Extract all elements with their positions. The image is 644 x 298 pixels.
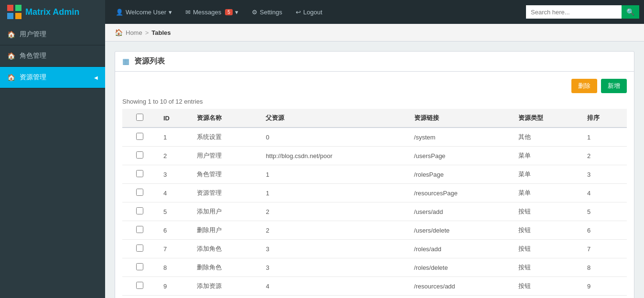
logout-menu[interactable]: ↩ Logout — [290, 0, 328, 24]
row-name: 删除角色 — [191, 258, 260, 277]
row-checkbox[interactable] — [136, 133, 143, 140]
messages-label: Messages — [193, 9, 221, 16]
row-link: /usersPage — [408, 147, 513, 165]
col-name: 资源名称 — [191, 109, 260, 128]
content-area: ▦ 资源列表 删除 新增 Showing 1 to 10 of 12 entri… — [105, 42, 644, 298]
search-box: 🔍 — [526, 5, 639, 19]
svg-rect-3 — [15, 13, 21, 19]
row-type: 菜单 — [513, 184, 581, 202]
table-row: 7 添加角色 3 /roles/add 按钮 7 — [122, 240, 627, 258]
breadcrumb-separator: > — [145, 29, 149, 36]
top-nav: 👤 Welcome User ▾ ✉ Messages 5 ▾ ⚙ Settin… — [105, 0, 644, 24]
row-link: /roles/delete — [408, 258, 513, 277]
row-id: 3 — [158, 165, 191, 184]
row-checkbox[interactable] — [136, 226, 143, 233]
add-button[interactable]: 新增 — [601, 79, 627, 93]
row-type: 按钮 — [513, 277, 581, 296]
row-name: 添加角色 — [191, 240, 260, 258]
breadcrumb: 🏠 Home > Tables — [105, 24, 644, 42]
settings-menu[interactable]: ⚙ Settings — [246, 0, 288, 24]
row-link: /resourcesPage — [408, 184, 513, 202]
table-row: 6 删除用户 2 /users/delete 按钮 6 — [122, 221, 627, 240]
row-link: /roles/add — [408, 240, 513, 258]
row-parent: 4 — [260, 277, 408, 296]
table-icon: ▦ — [122, 57, 129, 66]
row-type: 按钮 — [513, 258, 581, 277]
row-checkbox[interactable] — [136, 207, 143, 214]
svg-rect-1 — [15, 5, 21, 11]
row-order: 3 — [581, 165, 627, 184]
logo-text: Matrix Admin — [25, 7, 79, 17]
table-row: 8 删除角色 3 /roles/delete 按钮 8 — [122, 258, 627, 277]
row-name: 用户管理 — [191, 147, 260, 165]
row-parent: 1 — [260, 165, 408, 184]
table-row: 5 添加用户 2 /users/add 按钮 5 — [122, 202, 627, 221]
row-checkbox[interactable] — [136, 282, 143, 289]
svg-rect-2 — [7, 13, 13, 19]
sidebar-item-resource-mgmt[interactable]: 🏠 资源管理 ◀ — [0, 67, 105, 88]
table-row: 3 角色管理 1 /rolesPage 菜单 3 — [122, 165, 627, 184]
row-checkbox[interactable] — [136, 151, 143, 159]
breadcrumb-home-icon: 🏠 — [115, 29, 123, 36]
delete-button[interactable]: 删除 — [571, 79, 597, 93]
row-type: 按钮 — [513, 221, 581, 240]
table-row: 4 资源管理 1 /resourcesPage 菜单 4 — [122, 184, 627, 202]
col-order: 排序 — [581, 109, 627, 128]
sidebar-label-user-mgmt: 用户管理 — [20, 30, 46, 39]
row-id: 4 — [158, 184, 191, 202]
select-all-checkbox[interactable] — [136, 114, 143, 121]
table-row: 2 用户管理 http://blog.csdn.net/poor /usersP… — [122, 147, 627, 165]
messages-icon: ✉ — [185, 9, 191, 16]
row-order: 6 — [581, 221, 627, 240]
logo-bar: Matrix Admin — [0, 0, 105, 24]
row-name: 资源管理 — [191, 184, 260, 202]
layout: 🏠 用户管理 🏠 角色管理 🏠 资源管理 ◀ 🏠 Home > Tables ▦ — [0, 24, 644, 298]
row-checkbox-cell — [122, 202, 158, 221]
user-dropdown-icon: ▾ — [169, 9, 172, 16]
row-name: 添加用户 — [191, 202, 260, 221]
row-checkbox[interactable] — [136, 170, 143, 177]
table-row: 9 添加资源 4 /resources/add 按钮 9 — [122, 277, 627, 296]
row-type: 菜单 — [513, 165, 581, 184]
search-input[interactable] — [526, 5, 622, 19]
row-id: 1 — [158, 128, 191, 147]
main-content: 🏠 Home > Tables ▦ 资源列表 删除 新增 Showing 1 t… — [105, 24, 644, 298]
messages-menu[interactable]: ✉ Messages 5 ▾ — [180, 0, 244, 24]
table-head: ID 资源名称 父资源 资源链接 资源类型 排序 — [122, 109, 627, 128]
messages-badge: 5 — [225, 9, 233, 15]
action-bar: 删除 新增 — [122, 79, 627, 93]
row-parent: 3 — [260, 240, 408, 258]
row-id: 2 — [158, 147, 191, 165]
row-checkbox[interactable] — [136, 263, 143, 270]
row-parent: 1 — [260, 184, 408, 202]
table-row: 1 系统设置 0 /system 其他 1 — [122, 128, 627, 147]
search-button[interactable]: 🔍 — [622, 5, 639, 19]
settings-icon: ⚙ — [252, 9, 258, 16]
row-link: /rolesPage — [408, 165, 513, 184]
row-order: 9 — [581, 277, 627, 296]
row-parent: 0 — [260, 128, 408, 147]
user-menu[interactable]: 👤 Welcome User ▾ — [110, 0, 178, 24]
row-checkbox[interactable] — [136, 189, 143, 196]
row-order: 2 — [581, 147, 627, 165]
row-parent: 2 — [260, 221, 408, 240]
settings-label: Settings — [260, 9, 282, 16]
row-type: 其他 — [513, 128, 581, 147]
row-checkbox-cell — [122, 258, 158, 277]
row-parent: 3 — [260, 258, 408, 277]
sidebar-item-user-mgmt[interactable]: 🏠 用户管理 — [0, 24, 105, 45]
logout-icon: ↩ — [296, 9, 301, 16]
breadcrumb-home-link[interactable]: Home — [126, 29, 142, 36]
row-name: 添加资源 — [191, 277, 260, 296]
home-icon-2: 🏠 — [7, 52, 15, 60]
logout-label: Logout — [303, 9, 322, 16]
row-id: 7 — [158, 240, 191, 258]
row-id: 8 — [158, 258, 191, 277]
sidebar-item-role-mgmt[interactable]: 🏠 角色管理 — [0, 45, 105, 67]
col-checkbox — [122, 109, 158, 128]
row-checkbox[interactable] — [136, 245, 143, 252]
table-body: 1 系统设置 0 /system 其他 1 2 用户管理 http://blog… — [122, 128, 627, 296]
row-checkbox-cell — [122, 221, 158, 240]
row-order: 5 — [581, 202, 627, 221]
col-id: ID — [158, 109, 191, 128]
